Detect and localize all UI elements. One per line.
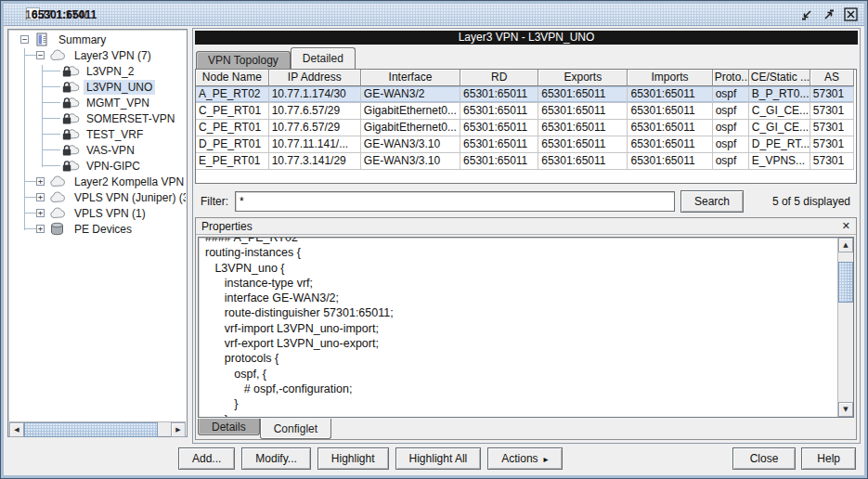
scrollbar-thumb[interactable] xyxy=(24,422,158,437)
cell[interactable]: 10.77.6.57/29 xyxy=(268,119,360,136)
actions-button[interactable]: Actions▸ xyxy=(487,447,562,470)
cell[interactable]: C_PE_RT01 xyxy=(196,102,268,119)
col-ip-address[interactable]: IP Address xyxy=(268,70,360,85)
cell[interactable]: GE-WAN3/3.10 xyxy=(360,152,460,169)
cell[interactable]: ospf xyxy=(712,102,748,119)
minimize-icon[interactable] xyxy=(798,6,814,22)
tree-collapse-icon[interactable]: − xyxy=(36,51,45,59)
cell[interactable]: 65301:65011 xyxy=(538,136,628,152)
cell[interactable]: 10.77.3.141/29 xyxy=(268,152,360,169)
cell[interactable]: ospf xyxy=(712,85,748,102)
tree-item-vpn-gipc[interactable]: VPN-GIPC xyxy=(9,158,186,174)
tab-vpn-topology[interactable]: VPN Topology xyxy=(196,51,291,69)
cell[interactable]: 57301 xyxy=(810,102,853,119)
cell[interactable]: C_GI_CE... xyxy=(748,119,810,136)
cell[interactable]: 65301:65011 xyxy=(538,85,628,102)
cell[interactable]: 65301:65011 xyxy=(538,102,628,119)
tab-configlet[interactable]: Configlet xyxy=(260,419,331,439)
cell[interactable]: C_GI_CE... xyxy=(748,102,810,119)
tree-expand-icon[interactable]: + xyxy=(36,225,45,233)
col-node-name[interactable]: Node Name xyxy=(196,70,268,85)
scroll-right-icon[interactable]: ▶ xyxy=(171,422,186,437)
col-ce-static[interactable]: CE/Static ... xyxy=(748,70,810,85)
cell[interactable]: 65301:65011 xyxy=(628,102,712,119)
table-row[interactable]: C_PE_RT01 10.77.6.57/29 GigabitEthernet0… xyxy=(196,102,854,119)
tree-expand-icon[interactable]: + xyxy=(36,193,45,201)
col-rd[interactable]: RD xyxy=(460,70,538,85)
tree-item-pe-devices[interactable]: + PE Devices xyxy=(9,221,186,237)
cell[interactable]: 65301:65011 xyxy=(460,152,538,169)
cell[interactable]: 65301:65011 xyxy=(460,102,538,119)
col-interface[interactable]: Interface xyxy=(360,70,460,85)
cell[interactable]: ospf xyxy=(712,136,748,152)
configlet-viewer[interactable]: #### A_PE_RT02 routing-instances { L3VPN… xyxy=(198,237,854,418)
tree-expand-icon[interactable]: + xyxy=(36,209,45,217)
cell[interactable]: 65301:65011 xyxy=(628,136,712,152)
tree-item-summary[interactable]: − Summary xyxy=(9,32,186,47)
col-exports[interactable]: Exports xyxy=(538,70,628,85)
cell[interactable]: GigabitEthernet0... xyxy=(360,119,460,136)
cell[interactable]: GigabitEthernet0... xyxy=(360,102,460,119)
highlight-button[interactable]: Highlight xyxy=(317,447,389,470)
search-button[interactable]: Search xyxy=(680,190,744,213)
cell[interactable]: 65301:65011 xyxy=(628,152,712,169)
tab-detailed[interactable]: Detailed xyxy=(291,47,356,69)
add-button[interactable]: Add... xyxy=(178,447,235,470)
panel-close-icon[interactable]: ✕ xyxy=(842,221,850,231)
tree-item-somerset-vpn[interactable]: SOMERSET-VPN xyxy=(9,110,186,126)
highlight-all-button[interactable]: Highlight All xyxy=(395,447,482,470)
cell[interactable]: 65301:65011 xyxy=(628,85,712,102)
modify-button[interactable]: Modify... xyxy=(241,447,310,470)
table-row[interactable]: A_PE_RT02 10.77.1.174/30 GE-WAN3/2 65301… xyxy=(196,85,854,102)
tree-item-vas-vpn[interactable]: VAS-VPN xyxy=(9,142,186,158)
tree-item-vpls-vpn[interactable]: + VPLS VPN (1) xyxy=(9,205,186,221)
cell[interactable]: 65301:65011 xyxy=(538,119,628,136)
col-proto[interactable]: Proto... xyxy=(712,70,748,85)
cell[interactable]: 65301:65011 xyxy=(460,136,538,152)
tree-item-layer2-kompella[interactable]: + Layer2 Kompella VPN (2) xyxy=(9,174,186,189)
table-row[interactable]: D_PE_RT01 10.77.11.141/... GE-WAN3/3.10 … xyxy=(196,136,854,152)
cell[interactable]: 65301:65011 xyxy=(460,119,538,136)
cell[interactable]: 57301 xyxy=(810,85,853,102)
scroll-down-icon[interactable]: ▼ xyxy=(838,402,853,417)
cell[interactable]: 65301:65011 xyxy=(628,119,712,136)
scrollbar-thumb[interactable] xyxy=(838,262,853,303)
tree-expand-icon[interactable]: + xyxy=(36,177,45,186)
cell[interactable]: 10.77.6.57/29 xyxy=(268,102,360,119)
tree-item-l3vpn-2[interactable]: L3VPN_2 xyxy=(9,63,186,79)
cell[interactable]: GE-WAN3/3.10 xyxy=(360,136,460,152)
tree-horizontal-scrollbar[interactable]: ◀ ▶ xyxy=(9,421,186,436)
tree-item-layer3-vpn[interactable]: − Layer3 VPN (7) xyxy=(9,47,186,63)
col-as[interactable]: AS xyxy=(810,70,853,85)
col-imports[interactable]: Imports xyxy=(628,70,712,85)
configlet-vertical-scrollbar[interactable]: ▲ ▼ xyxy=(837,238,853,417)
close-icon[interactable] xyxy=(843,6,859,22)
cell[interactable]: 57301 xyxy=(810,136,853,152)
filter-input[interactable] xyxy=(235,191,675,212)
scroll-left-icon[interactable]: ◀ xyxy=(9,422,24,437)
cell[interactable]: A_PE_RT02 xyxy=(196,85,268,102)
cell[interactable]: C_PE_RT01 xyxy=(196,119,268,136)
cell[interactable]: 10.77.11.141/... xyxy=(268,136,360,152)
cell[interactable]: D_PE_RT01 xyxy=(196,136,268,152)
cell[interactable]: 10.77.1.174/30 xyxy=(268,85,360,102)
cell[interactable]: ospf xyxy=(712,119,748,136)
tree-item-vpls-juniper[interactable]: + VPLS VPN (Juniper) (3) xyxy=(9,189,186,205)
table-row[interactable]: E_PE_RT01 10.77.3.141/29 GE-WAN3/3.10 65… xyxy=(196,152,854,169)
close-button[interactable]: Close xyxy=(732,447,797,470)
cell[interactable]: D_PE_RT... xyxy=(748,136,810,152)
title-bar[interactable]: 10.77.1.174/ 65301:65011 xyxy=(4,4,864,26)
cell[interactable]: E_PE_RT01 xyxy=(196,152,268,169)
tree-collapse-icon[interactable]: − xyxy=(20,35,29,44)
cell[interactable]: E_VPNS... xyxy=(748,152,810,169)
table-row[interactable]: C_PE_RT01 10.77.6.57/29 GigabitEthernet0… xyxy=(196,119,854,136)
cell[interactable]: 57301 xyxy=(810,119,853,136)
cell[interactable]: GE-WAN3/2 xyxy=(360,85,460,102)
cell[interactable]: ospf xyxy=(712,152,748,169)
tree-item-mgmt-vpn[interactable]: MGMT_VPN xyxy=(9,95,186,110)
maximize-icon[interactable] xyxy=(821,6,836,22)
tab-details[interactable]: Details xyxy=(198,419,260,435)
cell[interactable]: 65301:65011 xyxy=(460,85,538,102)
help-button[interactable]: Help xyxy=(801,447,856,470)
cell[interactable]: B_P_RT0... xyxy=(748,85,810,102)
